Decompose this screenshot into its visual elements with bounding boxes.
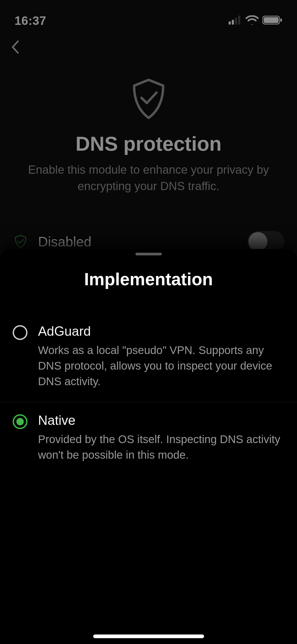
svg-rect-1 — [232, 20, 234, 25]
cellular-icon — [229, 16, 242, 26]
option-adguard[interactable]: AdGuard Works as a local "pseudo" VPN. S… — [0, 313, 297, 402]
option-description: Provided by the OS itself. Inspecting DN… — [38, 432, 284, 463]
sheet-grabber[interactable] — [135, 253, 162, 255]
svg-rect-5 — [264, 17, 279, 23]
sheet-title: Implementation — [0, 255, 297, 313]
battery-icon — [262, 15, 282, 26]
status-icons — [229, 15, 282, 26]
option-title: Native — [38, 413, 284, 428]
page-subtitle: Enable this module to enhance your priva… — [18, 162, 279, 194]
nav-bar — [0, 32, 297, 58]
svg-rect-6 — [280, 19, 282, 22]
svg-rect-2 — [235, 18, 237, 25]
wifi-icon — [246, 15, 259, 26]
status-bar: 16:37 — [0, 0, 297, 32]
svg-rect-3 — [238, 16, 240, 25]
shield-small-icon — [13, 234, 29, 249]
status-time: 16:37 — [15, 13, 46, 28]
toggle-knob — [248, 232, 267, 251]
option-description: Works as a local "pseudo" VPN. Supports … — [38, 343, 284, 389]
dns-toggle-label: Disabled — [38, 234, 238, 250]
radio-selected-icon — [13, 414, 27, 429]
back-chevron-icon[interactable] — [11, 51, 20, 55]
radio-unselected-icon — [13, 325, 27, 340]
option-title: AdGuard — [38, 324, 284, 339]
implementation-sheet: Implementation AdGuard Works as a local … — [0, 249, 297, 644]
shield-check-icon — [126, 77, 171, 122]
svg-rect-0 — [229, 21, 231, 25]
home-indicator[interactable] — [93, 634, 204, 638]
hero: DNS protection Enable this module to enh… — [0, 58, 297, 205]
page-title: DNS protection — [18, 132, 279, 155]
option-native[interactable]: Native Provided by the OS itself. Inspec… — [0, 402, 297, 476]
